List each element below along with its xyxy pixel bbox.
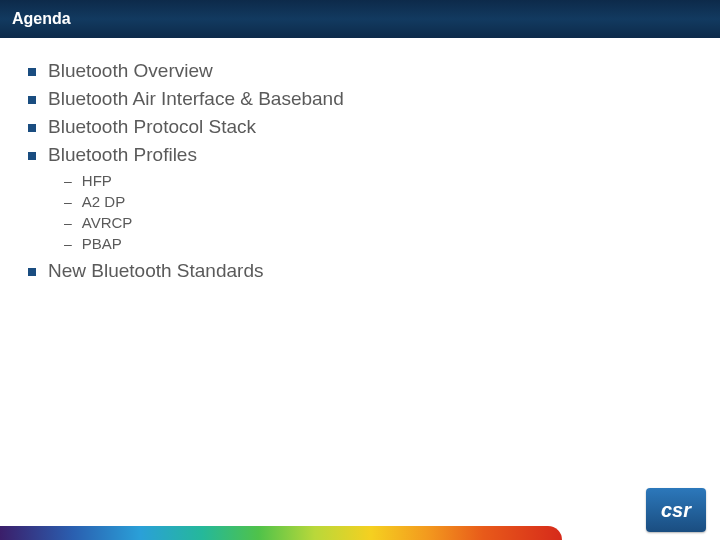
square-bullet-icon	[28, 268, 36, 276]
square-bullet-icon	[28, 152, 36, 160]
logo-text: csr	[661, 499, 691, 522]
agenda-subitem: – A2 DP	[64, 193, 692, 210]
agenda-subitem-text: A2 DP	[82, 193, 125, 210]
dash-bullet-icon: –	[64, 194, 72, 210]
square-bullet-icon	[28, 96, 36, 104]
agenda-item-text: Bluetooth Overview	[48, 60, 213, 82]
agenda-item: New Bluetooth Standards	[28, 260, 692, 282]
square-bullet-icon	[28, 124, 36, 132]
dash-bullet-icon: –	[64, 236, 72, 252]
agenda-item-text: New Bluetooth Standards	[48, 260, 263, 282]
agenda-sublist: – HFP – A2 DP – AVRCP – PBAP	[64, 172, 692, 252]
agenda-item: Bluetooth Air Interface & Baseband	[28, 88, 692, 110]
dash-bullet-icon: –	[64, 173, 72, 189]
agenda-item: Bluetooth Protocol Stack	[28, 116, 692, 138]
agenda-subitem-text: PBAP	[82, 235, 122, 252]
agenda-subitem-text: HFP	[82, 172, 112, 189]
agenda-item: Bluetooth Profiles	[28, 144, 692, 166]
agenda-item-text: Bluetooth Protocol Stack	[48, 116, 256, 138]
logo: csr	[646, 488, 706, 532]
slide-header: Agenda	[0, 0, 720, 38]
square-bullet-icon	[28, 68, 36, 76]
csr-logo-icon: csr	[646, 488, 706, 532]
agenda-subitem: – AVRCP	[64, 214, 692, 231]
rainbow-bar-icon	[0, 526, 562, 540]
agenda-subitem-text: AVRCP	[82, 214, 133, 231]
agenda-subitem: – HFP	[64, 172, 692, 189]
dash-bullet-icon: –	[64, 215, 72, 231]
slide-content: Bluetooth Overview Bluetooth Air Interfa…	[0, 38, 720, 282]
agenda-item: Bluetooth Overview	[28, 60, 692, 82]
slide-footer: csr	[0, 492, 720, 540]
agenda-list: Bluetooth Overview Bluetooth Air Interfa…	[28, 60, 692, 282]
agenda-subitem: – PBAP	[64, 235, 692, 252]
agenda-item-text: Bluetooth Profiles	[48, 144, 197, 166]
agenda-item-text: Bluetooth Air Interface & Baseband	[48, 88, 344, 110]
slide-title: Agenda	[12, 10, 71, 28]
